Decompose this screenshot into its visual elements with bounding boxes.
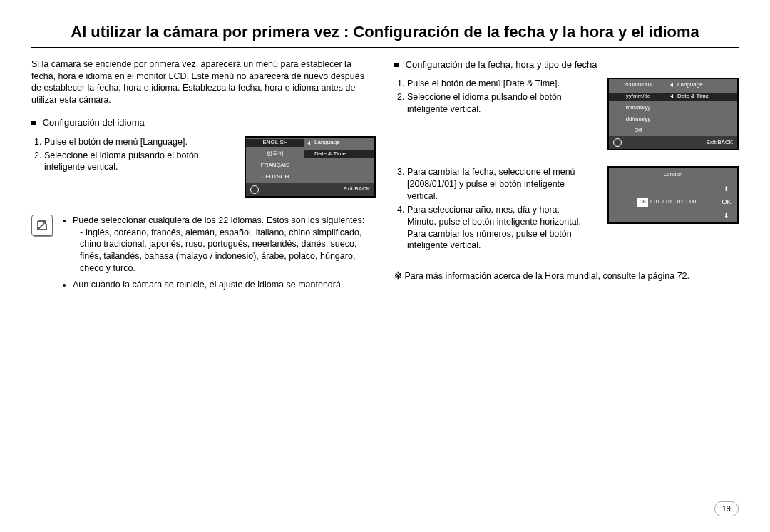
note-bullet-2: Aun cuando la cámara se reinicie, el aju… [73,279,376,291]
lcd1-item-french[interactable]: FRANÇAIS [246,162,304,170]
right-steps-a: Pulse el botón de menú [Date & Time]. Se… [396,78,597,116]
left-heading-text: Configuración del idioma [43,117,145,128]
lcd2-item-ddmmyy[interactable]: dd/mm/yy [609,116,667,123]
lcd2-item-mmddyy[interactable]: mm/dd/yy [609,104,667,112]
lcd1-item-english[interactable]: ENGLISH [246,139,304,147]
lcd3-hour[interactable]: 01 [677,198,684,206]
footnote-symbol-icon: ※ [394,271,404,281]
left-step-1: Pulse el botón de menú [Language]. [44,136,235,148]
right-step-1: Pulse el botón de menú [Date & Time]. [407,78,597,90]
gear-icon [613,138,622,147]
note-icon [31,215,53,236]
lcd1-exit-label: Exit:BACK [344,185,370,193]
lcd3-ok[interactable]: OK [722,198,731,206]
title-underline [31,47,739,48]
arrow-down-icon[interactable]: ⬇ [724,211,729,220]
sep: / [662,198,664,206]
lcd3-min[interactable]: 00 [689,198,696,206]
right-footnote: ※ Para más información acerca de la Hora… [394,270,739,282]
note-languages: - Inglés, coreano, francés, alemán, espa… [73,227,376,275]
left-step-2: Seleccione el idioma pulsando el botón i… [44,150,235,174]
lcd-date-entry: London 08 / 01 / 01 01 : 00 [607,166,739,223]
left-steps: Pulse el botón de menú [Language]. Selec… [33,136,235,174]
lcd3-city: London [664,171,683,179]
lcd3-month[interactable]: 01 [654,198,660,206]
lcd2-tab-language[interactable]: Language [667,81,737,89]
lcd2-item-yymmdd[interactable]: yy/mm/dd [609,93,667,101]
page-number: 19 [714,501,739,516]
lcd1-item-german[interactable]: DEUTSCH [246,173,304,181]
gear-icon [250,185,259,194]
note-bullet-1: Puede seleccionar cualquiera de los 22 i… [73,215,376,275]
lcd-date-format-menu: 2008/01/01 Language yy/mm/dd Date & Time… [607,78,739,150]
right-step-4: Para seleccionar año, mes, día y hora: M… [407,204,597,252]
lcd1-item-korean[interactable]: 한국어 [246,150,304,158]
lcd2-item-date[interactable]: 2008/01/01 [609,81,667,89]
note-block: Puede seleccionar cualquiera de los 22 i… [31,215,376,295]
lcd3-year[interactable]: 08 [637,198,648,207]
lcd2-item-off[interactable]: Off [609,127,667,135]
lcd2-exit-label: Exit:BACK [707,139,733,147]
right-step-3: Para cambiar la fecha, seleccione el men… [407,166,597,203]
lcd-language-menu: ENGLISH Language 한국어 Date & Time FRANÇAI… [245,136,376,198]
right-steps-b: Para cambiar la fecha, seleccione el men… [396,166,597,252]
lcd1-tab-datetime[interactable]: Date & Time [304,150,374,158]
arrow-up-icon[interactable]: ⬆ [724,185,729,193]
left-section-heading: Configuración del idioma [31,116,376,129]
intro-paragraph: Si la cámara se enciende por primera vez… [31,58,376,107]
lcd2-tab-datetime[interactable]: Date & Time [667,93,737,101]
right-heading-text: Configuración de la fecha, hora y tipo d… [406,59,597,70]
page-title: Al utilizar la cámara por primera vez : … [31,21,739,43]
sep: / [650,198,652,206]
sep: : [686,198,687,206]
right-section-heading: Configuración de la fecha, hora y tipo d… [394,58,739,71]
right-step-2: Seleccione el idioma pulsando el botón i… [407,91,597,116]
lcd1-tab-language[interactable]: Language [304,139,374,147]
lcd3-day[interactable]: 01 [666,198,672,206]
